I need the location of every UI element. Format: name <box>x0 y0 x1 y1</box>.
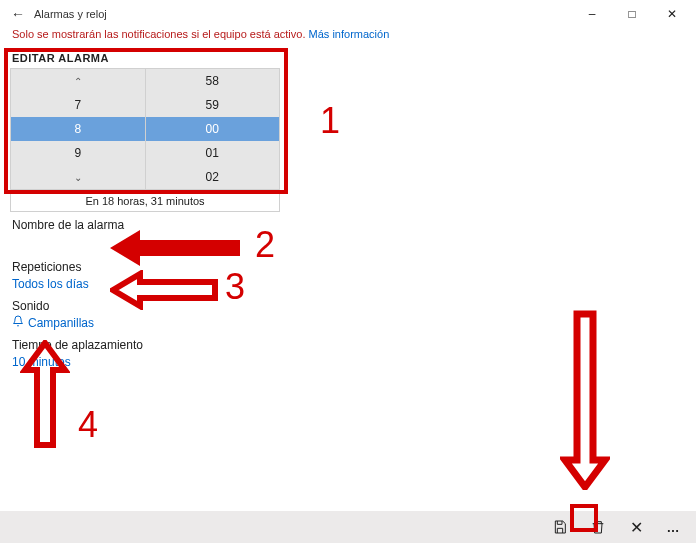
minimize-icon: – <box>589 7 596 21</box>
minute-option[interactable]: 59 <box>146 93 280 117</box>
repeat-field[interactable]: Repeticiones Todos los días <box>0 254 696 293</box>
banner-link[interactable]: Más información <box>309 28 390 40</box>
titlebar: ← Alarmas y reloj – □ ✕ <box>0 0 696 28</box>
cancel-icon: ✕ <box>630 518 643 537</box>
delete-button[interactable] <box>584 513 612 541</box>
annotation-number-4: 4 <box>78 404 98 446</box>
save-icon <box>552 519 568 535</box>
close-icon: ✕ <box>667 7 677 21</box>
hour-up-icon[interactable]: ⌃ <box>11 69 145 93</box>
more-icon: … <box>667 520 682 535</box>
annotation-arrow-2 <box>110 228 250 268</box>
more-button[interactable]: … <box>660 513 688 541</box>
annotation-arrow-save <box>560 310 610 490</box>
sound-value[interactable]: Campanillas <box>12 315 94 330</box>
bell-icon <box>12 315 24 330</box>
maximize-button[interactable]: □ <box>612 0 652 28</box>
window-controls: – □ ✕ <box>572 0 692 28</box>
trash-icon <box>590 519 606 535</box>
hour-option[interactable]: 7 <box>11 93 145 117</box>
back-arrow-icon: ← <box>11 6 25 22</box>
svg-marker-2 <box>25 343 65 445</box>
maximize-icon: □ <box>628 7 635 21</box>
notification-banner: Solo se mostrarán las notificaciones si … <box>0 28 696 44</box>
hour-down-icon[interactable]: ⌄ <box>11 165 145 189</box>
minute-option[interactable]: 02 <box>146 165 280 189</box>
section-title: EDITAR ALARMA <box>0 44 696 68</box>
command-bar: ✕ … <box>0 511 696 543</box>
cancel-button[interactable]: ✕ <box>622 513 650 541</box>
minimize-button[interactable]: – <box>572 0 612 28</box>
save-button[interactable] <box>546 513 574 541</box>
hour-option[interactable]: 9 <box>11 141 145 165</box>
time-until-label: En 18 horas, 31 minutos <box>11 189 279 211</box>
annotation-arrow-4 <box>20 340 70 450</box>
time-picker: ⌃ 7 8 9 ⌄ 58 59 00 01 02 En 18 horas, 31… <box>10 68 686 212</box>
app-title: Alarmas y reloj <box>34 8 107 20</box>
svg-marker-1 <box>113 274 215 306</box>
minute-option[interactable]: 58 <box>146 69 280 93</box>
minute-option[interactable]: 01 <box>146 141 280 165</box>
hour-selected[interactable]: 8 <box>11 117 145 141</box>
sound-value-text: Campanillas <box>28 316 94 330</box>
banner-text: Solo se mostrarán las notificaciones si … <box>12 28 306 40</box>
svg-marker-3 <box>565 314 605 487</box>
back-button[interactable]: ← <box>4 0 32 28</box>
repeat-value[interactable]: Todos los días <box>12 277 89 291</box>
minute-column[interactable]: 58 59 00 01 02 <box>146 69 280 189</box>
minute-selected[interactable]: 00 <box>146 117 280 141</box>
hour-column[interactable]: ⌃ 7 8 9 ⌄ <box>11 69 146 189</box>
alarm-name-field[interactable]: Nombre de la alarma <box>0 212 696 236</box>
svg-marker-0 <box>110 230 240 266</box>
close-window-button[interactable]: ✕ <box>652 0 692 28</box>
annotation-arrow-3 <box>110 270 220 310</box>
